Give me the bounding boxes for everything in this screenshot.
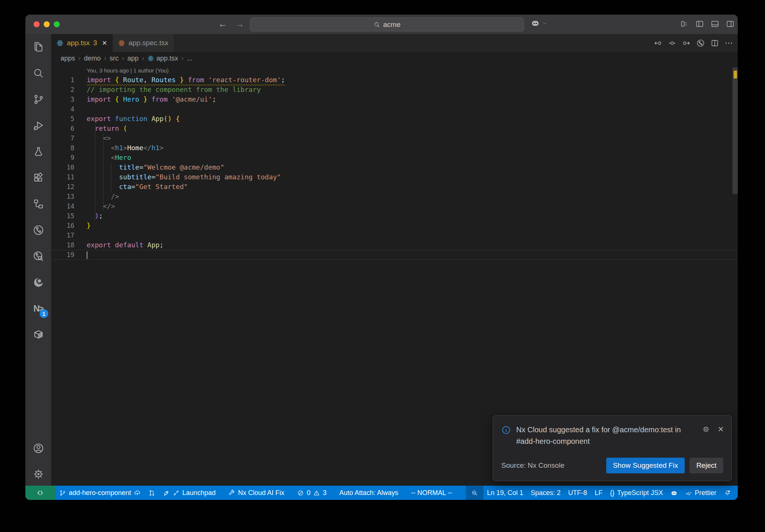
sidebar-item-gitlens[interactable] — [25, 217, 51, 243]
code-line-12[interactable]: 12 cta="Get Started" — [51, 182, 738, 192]
sidebar-item-testing[interactable] — [25, 139, 51, 165]
encoding-indicator[interactable]: UTF-8 — [564, 486, 591, 500]
code-line-8[interactable]: 8 <h1>Home</h1> — [51, 143, 738, 153]
line-number[interactable]: 17 — [51, 231, 74, 240]
code-line-3[interactable]: 3import { Hero } from '@acme/ui'; — [51, 95, 738, 104]
breadcrumb-item[interactable]: demo — [84, 55, 101, 62]
branch-indicator[interactable]: add-hero-component — [55, 486, 145, 500]
navigate-back-icon[interactable]: ← — [218, 19, 227, 29]
commit-graph-icon[interactable] — [696, 39, 705, 47]
breadcrumb-item[interactable]: apps — [61, 55, 75, 62]
editor-scrollbar[interactable] — [733, 65, 738, 486]
line-number[interactable]: 8 — [51, 143, 74, 153]
line-number[interactable]: 7 — [51, 133, 74, 143]
nx-cloud-fix-indicator[interactable]: Nx Cloud AI Fix — [224, 486, 288, 500]
launchpad-indicator[interactable]: Launchpad — [159, 486, 219, 500]
line-number[interactable]: 3 — [51, 95, 74, 104]
line-number[interactable]: 6 — [51, 124, 74, 133]
notifications-indicator[interactable] — [720, 486, 735, 500]
problems-indicator[interactable]: 0 3 — [293, 486, 330, 500]
sidebar-item-container-tools[interactable] — [25, 322, 51, 348]
sidebar-item-accounts[interactable] — [25, 435, 51, 461]
split-editor-icon[interactable] — [710, 39, 719, 47]
breadcrumb-item-file[interactable]: app.tsx — [148, 55, 178, 62]
reject-button[interactable]: Reject — [690, 458, 723, 473]
code-line-1[interactable]: 1import { Route, Routes } from 'react-ro… — [51, 75, 738, 85]
line-number[interactable]: 13 — [51, 192, 74, 201]
remote-indicator[interactable] — [25, 486, 55, 500]
code-line-4[interactable]: 4 — [51, 104, 738, 114]
line-number[interactable]: 11 — [51, 172, 74, 182]
close-window-button[interactable] — [34, 21, 40, 27]
copilot-menu[interactable] — [530, 18, 547, 28]
line-number[interactable]: 2 — [51, 85, 74, 95]
close-tab-icon[interactable]: ✕ — [102, 39, 107, 47]
line-number[interactable]: 19 — [51, 250, 74, 260]
language-mode-indicator[interactable]: {} TypeScript JSX — [606, 486, 667, 500]
more-actions-icon[interactable]: ⋯ — [725, 38, 733, 48]
command-center-search[interactable]: acme — [250, 18, 524, 31]
line-number[interactable]: 14 — [51, 201, 74, 211]
code-line-2[interactable]: 2// importing the component from the lib… — [51, 85, 738, 95]
breadcrumb-item[interactable]: app — [127, 55, 139, 62]
code-line-11[interactable]: 11 subtitle="Build something amazing tod… — [51, 172, 738, 182]
zoom-indicator[interactable] — [466, 486, 483, 500]
code-line-13[interactable]: 13 /> — [51, 192, 738, 201]
toggle-secondary-sidebar-icon[interactable] — [726, 19, 735, 28]
sidebar-item-extensions[interactable] — [25, 165, 51, 191]
line-number[interactable]: 5 — [51, 114, 74, 124]
codelens-blame[interactable]: You, 3 hours ago | 1 author (You) — [51, 67, 738, 75]
sidebar-item-settings[interactable] — [25, 461, 51, 487]
copilot-status-indicator[interactable] — [667, 486, 681, 500]
prev-change-icon[interactable] — [654, 39, 662, 47]
breadcrumb-item[interactable]: src — [109, 55, 118, 62]
sidebar-item-explorer[interactable] — [25, 34, 51, 60]
sidebar-item-nx-console[interactable]: N> 1 — [25, 296, 51, 322]
scrollbar-slider[interactable] — [733, 68, 738, 194]
code-line-9[interactable]: 9 <Hero — [51, 153, 738, 163]
sidebar-item-edge-tools[interactable] — [25, 269, 51, 296]
sidebar-item-references[interactable] — [25, 191, 51, 217]
code-line-10[interactable]: 10 title="Welcmoe @acme/demo" — [51, 163, 738, 172]
auto-attach-indicator[interactable]: Auto Attach: Always — [335, 486, 402, 500]
line-number[interactable]: 4 — [51, 104, 74, 114]
formatter-indicator[interactable]: Prettier — [681, 486, 720, 500]
code-line-19[interactable]: 19 — [51, 250, 738, 260]
line-number[interactable]: 10 — [51, 163, 74, 172]
line-number[interactable]: 15 — [51, 211, 74, 221]
code-line-7[interactable]: 7 <> — [51, 133, 738, 143]
eol-indicator[interactable]: LF — [591, 486, 606, 500]
zoom-window-button[interactable] — [54, 21, 60, 27]
sidebar-item-source-control[interactable] — [25, 86, 51, 112]
line-number[interactable]: 12 — [51, 182, 74, 192]
tab-app-spec-tsx[interactable]: app.spec.tsx — [113, 34, 174, 52]
breadcrumb-overflow[interactable]: ... — [187, 55, 193, 62]
line-number[interactable]: 1 — [51, 75, 74, 85]
code-line-6[interactable]: 6 return ( — [51, 124, 738, 133]
code-line-17[interactable]: 17 — [51, 231, 738, 240]
toggle-primary-sidebar-icon[interactable] — [695, 19, 704, 28]
code-line-15[interactable]: 15 ); — [51, 211, 738, 221]
vim-mode-indicator[interactable]: -- NORMAL -- — [407, 486, 456, 500]
line-number[interactable]: 16 — [51, 221, 74, 231]
code-line-16[interactable]: 16} — [51, 221, 738, 231]
code-line-18[interactable]: 18export default App; — [51, 240, 738, 250]
sidebar-item-search[interactable] — [25, 60, 51, 86]
customize-layout-icon[interactable] — [680, 19, 689, 28]
toggle-panel-icon[interactable] — [710, 19, 719, 28]
indentation-indicator[interactable]: Spaces: 2 — [527, 486, 564, 500]
line-number[interactable]: 9 — [51, 153, 74, 163]
current-change-icon[interactable] — [668, 39, 676, 47]
code-line-5[interactable]: 5export function App() { — [51, 114, 738, 124]
notification-settings-gear-icon[interactable] — [702, 425, 710, 433]
tab-app-tsx[interactable]: app.tsx 3 ✕ — [51, 34, 112, 52]
show-suggested-fix-button[interactable]: Show Suggested Fix — [606, 458, 685, 473]
next-change-icon[interactable] — [682, 39, 691, 47]
notification-close-icon[interactable]: ✕ — [718, 425, 724, 434]
code-line-14[interactable]: 14 </> — [51, 201, 738, 211]
minimize-window-button[interactable] — [44, 21, 50, 27]
navigate-forward-icon[interactable]: → — [235, 19, 244, 29]
sidebar-item-run-debug[interactable] — [25, 112, 51, 139]
git-pull-request-indicator[interactable] — [145, 486, 159, 500]
cursor-position-indicator[interactable]: Ln 19, Col 1 — [483, 486, 527, 500]
